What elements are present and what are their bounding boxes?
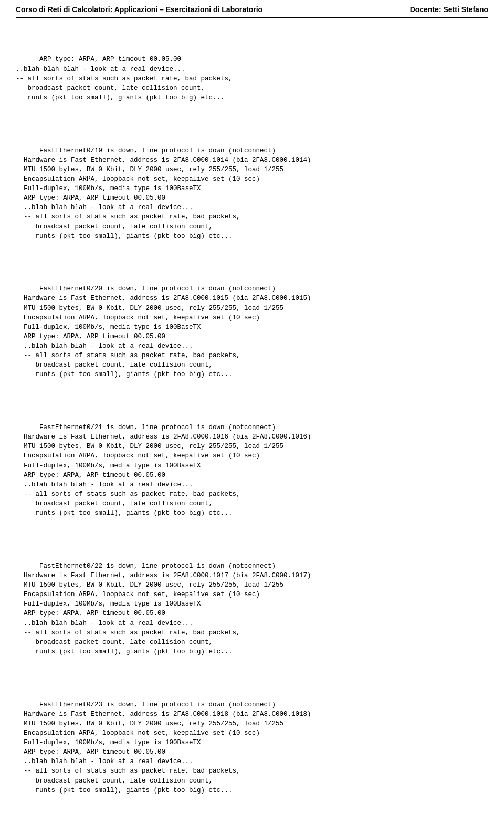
page-header: Corso di Reti di Calcolatori: Applicazio… xyxy=(16,5,488,18)
fe23-section: FastEthernet0/23 is down, line protocol … xyxy=(16,690,488,805)
intro-text: ARP type: ARPA, ARP timeout 00.05.00 ..b… xyxy=(16,56,233,101)
fe20-section: FastEthernet0/20 is down, line protocol … xyxy=(16,275,488,389)
fe19-section: FastEthernet0/19 is down, line protocol … xyxy=(16,136,488,251)
fe19-text: FastEthernet0/19 is down, line protocol … xyxy=(16,147,311,240)
intro-section: ARP type: ARPA, ARP timeout 00.05.00 ..b… xyxy=(16,45,488,112)
fe23-text: FastEthernet0/23 is down, line protocol … xyxy=(16,701,311,794)
fe21-section: FastEthernet0/21 is down, line protocol … xyxy=(16,413,488,528)
page: Corso di Reti di Calcolatori: Applicazio… xyxy=(0,0,504,813)
course-title: Corso di Reti di Calcolatori: Applicazio… xyxy=(16,5,262,14)
fe22-text: FastEthernet0/22 is down, line protocol … xyxy=(16,562,311,655)
instructor: Docente: Setti Stefano xyxy=(410,5,488,14)
fe20-text: FastEthernet0/20 is down, line protocol … xyxy=(16,285,311,378)
fe22-section: FastEthernet0/22 is down, line protocol … xyxy=(16,552,488,666)
main-content: ARP type: ARPA, ARP timeout 00.05.00 ..b… xyxy=(16,26,488,813)
fe21-text: FastEthernet0/21 is down, line protocol … xyxy=(16,424,311,517)
